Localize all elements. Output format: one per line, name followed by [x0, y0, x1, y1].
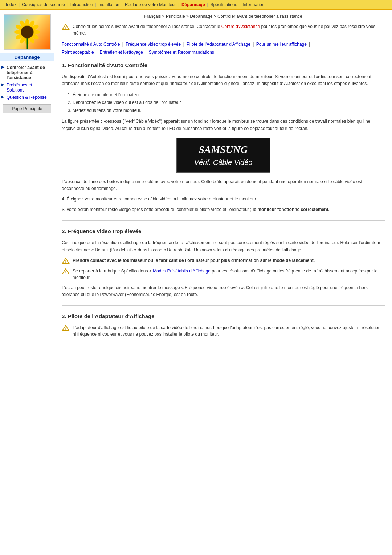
svg-text:!: ! — [65, 327, 66, 331]
section-1-heading: 1. Fonctionnalité d'Auto Contrôle — [62, 62, 385, 70]
info-note-1-text: Prendre contact avec le fournisseur ou l… — [73, 257, 315, 264]
samsung-check-box: SAMSUNG Vérif. Câble Vidéo — [176, 138, 270, 173]
section-1-steps: Éteignez le moniteur et l'ordinateur. Dé… — [73, 91, 385, 115]
nav-introduction[interactable]: Introduction — [68, 2, 95, 7]
section-links: Fonctionnalité d'Auto Contrôle | Fréquen… — [62, 41, 385, 56]
section-link-5[interactable]: Point acceptable — [62, 50, 94, 55]
section-link-6[interactable]: Entretien et Nettoyage — [100, 50, 143, 55]
svg-text:!: ! — [65, 260, 66, 263]
content-area: Français > Principale > Dépannage > Cont… — [54, 10, 392, 519]
section-link-3[interactable]: Pilote de l'Adaptateur d'Affichage — [187, 42, 250, 47]
sidebar-title: Dépannage — [0, 53, 54, 61]
samsung-logo: SAMSUNG — [184, 144, 262, 155]
info-note-1: ! Prendre contact avec le fournisseur ou… — [62, 257, 385, 264]
section-link-7[interactable]: Symptômes et Recommandations — [149, 50, 214, 55]
nav-installation[interactable]: Installation — [96, 2, 121, 7]
breadcrumb: Français > Principale > Dépannage > Cont… — [62, 14, 385, 19]
nav-consignes[interactable]: Consignes de sécurité — [20, 2, 67, 7]
sidebar-image — [4, 14, 51, 50]
step-4: 4. Éteignez votre moniteur et reconnecte… — [62, 196, 385, 203]
section-link-4[interactable]: Pour un meilleur affichage — [256, 42, 307, 47]
sidebar-link-contrôler[interactable]: Contrôler avant de téléphoner à l'assist… — [0, 64, 54, 81]
info-note-2-text: Se reporter à la rubrique Spécifications… — [73, 268, 385, 281]
section-3-note-text: L'adaptateur d'affichage est lié au pilo… — [73, 324, 385, 337]
intro-text: Contrôler les points suivants avant de t… — [73, 23, 385, 36]
centre-assistance-link[interactable]: Centre d'Assistance — [221, 24, 260, 29]
section-1-intro: Un dispositif d'Autotest est fourni pour… — [62, 73, 385, 87]
main-container: Dépannage Contrôler avant de téléphoner … — [0, 10, 392, 519]
svg-text:!: ! — [65, 270, 66, 274]
nav-reglage[interactable]: Réglage de votre Moniteur — [123, 2, 178, 7]
info-note-2: ! Se reporter à la rubrique Spécificatio… — [62, 268, 385, 281]
info-note-3: ! L'adaptateur d'affichage est lié au pi… — [62, 324, 385, 337]
nav-depannage[interactable]: Dépannage — [179, 2, 207, 7]
step-2: Débranchez le câble vidéo qui est au dos… — [73, 99, 385, 107]
page-principale-button[interactable]: Page Principale — [3, 104, 51, 113]
intro-note: ! Contrôler les points suivants avant de… — [62, 23, 385, 36]
step-1: Éteignez le moniteur et l'ordinateur. — [73, 91, 385, 99]
top-navigation: Index | Consignes de sécurité | Introduc… — [0, 0, 392, 10]
sidebar-link-problemes[interactable]: Problèmes et Solutions — [0, 82, 54, 93]
sidebar: Dépannage Contrôler avant de téléphoner … — [0, 10, 54, 519]
sidebar-link-question[interactable]: Question & Réponse — [0, 94, 54, 101]
note-icon: ! — [62, 24, 70, 30]
svg-text:!: ! — [65, 26, 66, 29]
modes-preeta-link[interactable]: Modes Pré-établis d'Affichage — [153, 268, 211, 274]
section-1-conclusion: Si votre écran moniteur reste vierge apr… — [62, 206, 385, 213]
note-icon-4: ! — [62, 325, 70, 331]
section-link-1[interactable]: Fonctionnalité d'Auto Contrôle — [62, 42, 120, 47]
section-2-conclusion: L'écran peut rester quelquefois noir san… — [62, 284, 385, 298]
note-icon-2: ! — [62, 258, 70, 264]
nav-information[interactable]: Information — [240, 2, 266, 7]
samsung-subtitle: Vérif. Câble Vidéo — [184, 158, 262, 167]
nav-index[interactable]: Index — [4, 2, 19, 7]
section-link-2[interactable]: Fréquence video trop élevée — [126, 42, 181, 47]
conclusion-bold: le moniteur fonctionne correctement. — [253, 207, 330, 212]
divider-2 — [62, 305, 385, 306]
divider-1 — [62, 220, 385, 221]
section-2-intro: Ceci indique que la résolution d'afficha… — [62, 239, 385, 253]
after-figure-text: L'absence de l'une des boites indique un… — [62, 178, 385, 192]
figure-caption: La figure présentée ci-dessous ("Vérif C… — [62, 118, 385, 132]
nav-specifications[interactable]: Spécifications — [208, 2, 239, 7]
section-2-heading: 2. Fréquence video trop élevée — [62, 228, 385, 236]
note-icon-3: ! — [62, 268, 70, 275]
step-3: Mettez sous tension votre moniteur. — [73, 107, 385, 115]
section-3-heading: 3. Pilote de l'Adaptateur d'Affichage — [62, 313, 385, 321]
